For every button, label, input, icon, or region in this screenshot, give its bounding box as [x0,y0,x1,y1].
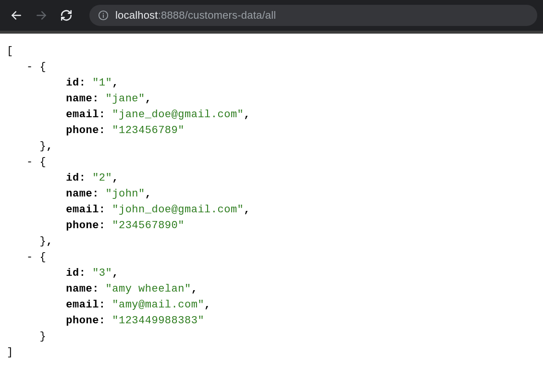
json-kv-id: id: "2", [7,170,536,186]
json-kv-name: name: "amy wheelan", [7,281,536,297]
json-array-open: [ [7,43,536,59]
json-kv-id: id: "3", [7,265,536,281]
json-viewer: [ - { id: "1", name: "jane", email: "jan… [0,34,543,370]
url-host: localhost [115,9,158,21]
info-icon [98,10,109,21]
json-object-open: - { [7,154,536,170]
json-kv-email: email: "john_doe@gmail.com", [7,202,536,218]
reload-icon [60,9,73,22]
address-bar[interactable]: localhost:8888/customers-data/all [89,5,537,26]
collapse-toggle-icon[interactable]: - [26,251,33,263]
back-arrow-icon [10,9,23,22]
json-kv-phone: phone: "123456789" [7,122,536,138]
json-kv-email: email: "jane_doe@gmail.com", [7,107,536,122]
reload-button[interactable] [56,5,77,26]
url-rest: :8888/customers-data/all [158,9,276,21]
json-kv-phone: phone: "234567890" [7,218,536,233]
svg-point-4 [103,13,104,14]
json-object-close: }, [7,138,536,154]
forward-arrow-icon [35,9,48,22]
json-kv-name: name: "jane", [7,91,536,107]
json-kv-phone: phone: "123449988383" [7,313,536,329]
json-object-open: - { [7,59,536,75]
json-kv-email: email: "amy@mail.com", [7,297,536,313]
json-object-close: } [7,329,536,344]
json-kv-id: id: "1", [7,75,536,91]
forward-button[interactable] [31,5,52,26]
json-kv-name: name: "john", [7,186,536,202]
json-object-close: }, [7,233,536,249]
collapse-toggle-icon[interactable]: - [26,61,33,73]
collapse-toggle-icon[interactable]: - [26,156,33,168]
url-text: localhost:8888/customers-data/all [115,9,276,22]
back-button[interactable] [6,5,27,26]
browser-toolbar: localhost:8888/customers-data/all [0,0,543,31]
json-array-close: ] [7,344,536,360]
json-object-open: - { [7,249,536,265]
